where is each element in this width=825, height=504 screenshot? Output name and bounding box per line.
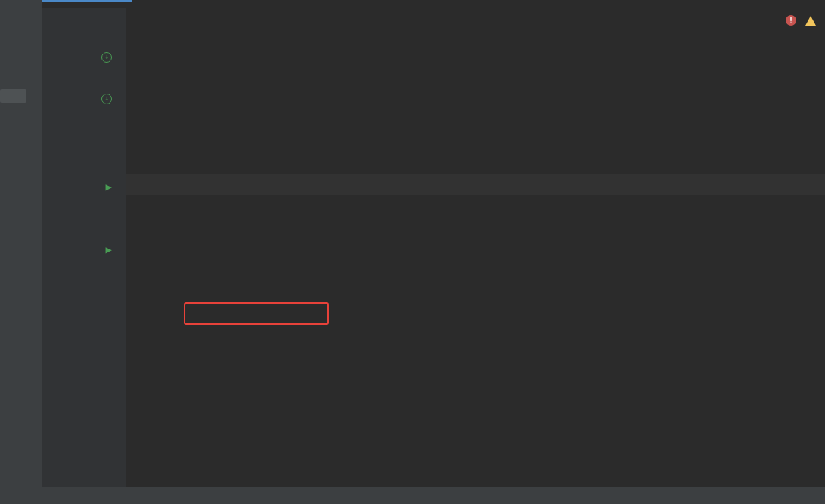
project-sidebar[interactable]: [0, 0, 42, 504]
usage-hint[interactable]: [126, 12, 162, 23]
sidebar-file-item[interactable]: [0, 89, 26, 103]
error-icon: !: [786, 15, 796, 26]
tab-active-indicator: [42, 0, 132, 2]
usage-hint[interactable]: [126, 75, 185, 86]
implements-icon[interactable]: [101, 94, 112, 104]
warning-icon: [805, 16, 816, 26]
code-content[interactable]: [126, 8, 825, 504]
editor-gutter[interactable]: ▶ ▶: [42, 8, 126, 504]
implements-icon[interactable]: [101, 52, 112, 63]
inspection-widget[interactable]: !: [786, 15, 816, 26]
code-editor[interactable]: ▶ ▶: [42, 8, 825, 504]
author-hint[interactable]: [126, 220, 150, 231]
status-bar[interactable]: [0, 487, 825, 504]
